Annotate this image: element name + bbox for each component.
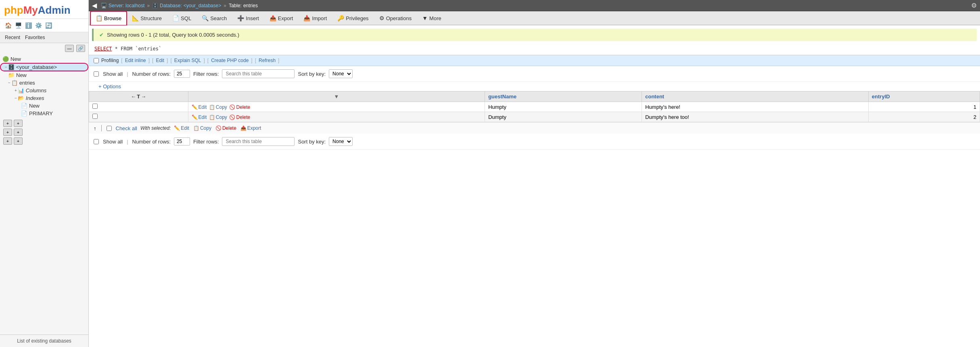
th-guestname[interactable]: guestName: [485, 91, 642, 102]
tree-item-indexes[interactable]: − 📂 Indexes: [0, 94, 88, 102]
tab-insert[interactable]: ➕ Insert: [232, 11, 264, 25]
topbar-server-link[interactable]: Server: localhost: [109, 3, 144, 8]
sidebar-btn-6[interactable]: +: [14, 137, 23, 145]
tab-operations[interactable]: ⚙ Operations: [374, 11, 417, 25]
tree-label-columns: Columns: [26, 87, 46, 94]
row-select-0[interactable]: [92, 104, 98, 109]
delete-btn-0[interactable]: 🚫 Delete: [229, 104, 250, 110]
ctrl-sep-top1: |: [127, 71, 128, 77]
show-all-checkbox-bottom[interactable]: [94, 139, 99, 144]
controls-row-bottom: Show all | Number of rows: Filter rows: …: [89, 134, 980, 150]
tree-item-index-new[interactable]: 📄 New: [0, 102, 88, 110]
profiling-edit-inline[interactable]: Edit inline: [125, 58, 146, 63]
tree-toggle-db: −: [5, 65, 7, 69]
server-icon[interactable]: 🖥️: [14, 21, 22, 29]
profiling-sep6: [: [207, 58, 209, 63]
tab-favorites[interactable]: Favorites: [23, 34, 46, 41]
profiling-refresh[interactable]: Refresh: [259, 58, 276, 63]
copy-btn-1[interactable]: 📋 Copy: [209, 114, 227, 120]
th-entryid[interactable]: entryID: [868, 91, 980, 102]
num-rows-input-bottom[interactable]: [174, 137, 190, 145]
bottom-actions-bar: ↑ Check all With selected: ✏️ Edit 📋 Cop…: [89, 122, 980, 134]
profiling-sep8: [: [255, 58, 256, 63]
info-icon[interactable]: ℹ️: [24, 21, 32, 29]
tab-import[interactable]: 📥 Import: [298, 11, 332, 25]
profiling-explain-sql[interactable]: Explain SQL: [174, 58, 201, 63]
sort-select-bottom[interactable]: None: [329, 137, 353, 146]
bottom-export-btn[interactable]: 📤 Export: [240, 125, 261, 131]
check-all-link[interactable]: Check all: [116, 125, 137, 131]
tree-toggle-indexes: −: [15, 96, 17, 100]
gear-icon[interactable]: ⚙: [971, 2, 977, 9]
tab-search[interactable]: 🔍 Search: [196, 11, 232, 25]
refresh-icon[interactable]: 🔄: [44, 21, 52, 29]
bottom-delete-btn[interactable]: 🚫 Delete: [215, 125, 236, 131]
privileges-tab-label: Privileges: [346, 15, 368, 21]
edit-btn-0[interactable]: ✏️ Edit: [192, 104, 207, 110]
tab-more[interactable]: ▼ More: [417, 11, 446, 25]
tab-browse[interactable]: 📋 Browse: [90, 11, 127, 25]
export-tab-label: Export: [278, 15, 293, 21]
topbar-database-link[interactable]: <your_database>: [184, 3, 221, 8]
edit-btn-1[interactable]: ✏️ Edit: [192, 114, 207, 120]
show-all-checkbox-top[interactable]: [94, 71, 99, 77]
tree-item-entries[interactable]: − 📋 entries: [0, 79, 88, 87]
collapse-all-btn[interactable]: —: [65, 45, 74, 52]
tab-structure[interactable]: 📐 Structure: [127, 11, 167, 25]
profiling-checkbox[interactable]: [94, 58, 99, 63]
home-icon[interactable]: 🏠: [4, 21, 12, 29]
tree-item-new-root[interactable]: 🟢 New: [0, 55, 88, 63]
filter-search-bottom[interactable]: [222, 137, 295, 146]
link-btn[interactable]: 🔗: [76, 45, 85, 52]
delete-label-1: Delete: [236, 114, 250, 120]
sidebar-btn-5[interactable]: +: [3, 137, 12, 145]
options-section: + Options: [89, 82, 980, 91]
tab-export[interactable]: 📤 Export: [264, 11, 299, 25]
check-icon: ✔: [99, 32, 104, 38]
sql-keyword: SELECT: [94, 46, 112, 52]
sort-arrow-down: ▼: [334, 94, 339, 100]
copy-icon-0: 📋: [209, 104, 215, 110]
row-select-1[interactable]: [92, 114, 98, 119]
sidebar-footer: List of existing databases: [0, 335, 88, 347]
browse-tab-label: Browse: [104, 15, 121, 21]
table-row: ✏️ Edit 📋 Copy 🚫 Delete Humpty Humpty's …: [89, 102, 980, 112]
nav-tabs: 📋 Browse 📐 Structure 📄 SQL 🔍 Search ➕ In…: [89, 11, 980, 25]
row-actions-0: ✏️ Edit 📋 Copy 🚫 Delete: [188, 102, 485, 112]
bottom-copy-btn[interactable]: 📋 Copy: [193, 125, 211, 131]
primary-icon: 📄: [21, 110, 27, 116]
check-all-checkbox[interactable]: [107, 126, 112, 131]
main-area: ◀ 🖥️ Server: localhost » 🗄️ Database: <y…: [89, 0, 980, 347]
server-topbar-icon: 🖥️: [101, 3, 107, 8]
tab-recent[interactable]: Recent: [3, 34, 22, 41]
options-link[interactable]: + Options: [94, 82, 126, 91]
tree-label-indexes: Indexes: [26, 95, 44, 101]
profiling-edit[interactable]: Edit: [156, 58, 164, 63]
with-selected-label: With selected:: [140, 125, 171, 131]
settings-icon[interactable]: ⚙️: [34, 21, 42, 29]
delete-btn-1[interactable]: 🚫 Delete: [229, 114, 250, 120]
sidebar-btn-4[interactable]: +: [14, 129, 23, 136]
sidebar-btn-3[interactable]: +: [3, 129, 12, 136]
tree-item-primary[interactable]: 📄 PRIMARY: [0, 110, 88, 117]
th-content[interactable]: content: [642, 91, 869, 102]
tree-item-db-new[interactable]: 📁 New: [0, 71, 88, 79]
show-all-label-top: Show all: [103, 71, 123, 77]
delete-icon-1: 🚫: [229, 114, 235, 120]
sidebar-btn-1[interactable]: +: [3, 120, 12, 127]
bottom-edit-btn[interactable]: ✏️ Edit: [174, 125, 189, 131]
sort-select-top[interactable]: None: [329, 69, 353, 78]
filter-search-top[interactable]: [222, 69, 295, 78]
up-arrow-icon: ↑: [94, 125, 96, 131]
profiling-create-php[interactable]: Create PHP code: [211, 58, 249, 63]
back-button[interactable]: ◀: [92, 2, 97, 9]
num-rows-input-top[interactable]: [174, 70, 190, 78]
copy-btn-0[interactable]: 📋 Copy: [209, 104, 227, 110]
profiling-sep7: ]: [251, 58, 252, 63]
tree-item-columns[interactable]: + 📊 Columns: [0, 87, 88, 94]
sidebar-btn-2[interactable]: +: [14, 120, 23, 127]
export-label-bottom: Export: [247, 125, 261, 131]
tab-sql[interactable]: 📄 SQL: [167, 11, 196, 25]
tree-item-database[interactable]: − 🗄️ <your_database>: [0, 63, 88, 71]
tab-privileges[interactable]: 🔑 Privileges: [332, 11, 374, 25]
